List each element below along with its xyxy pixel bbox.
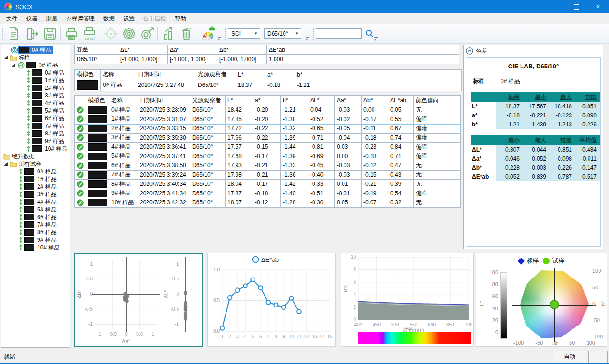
tree-item-7# 样品[interactable]: 7# 样品 <box>1 221 70 229</box>
delta-e-trend-chart-panel[interactable]: ΔE*ab0.00.51.0123456789101112131415 <box>207 253 336 347</box>
tree-item-3# 样品[interactable]: 3# 样品 <box>1 191 70 198</box>
scatter-chart-panel[interactable]: -1-1-0.5-0.5000.50.511Δb*Δa*-1-0.500.51Δ… <box>74 253 203 347</box>
color-swatch <box>24 183 34 190</box>
table-row[interactable]: 5# 样品2020/7/25 3:37:41D65/10°17.68-0.17-… <box>75 152 461 161</box>
search-button[interactable] <box>365 29 373 38</box>
tree-item-9# 样品[interactable]: 9# 样品 <box>1 137 70 145</box>
tree-item-标样[interactable]: 标样 <box>1 54 70 61</box>
color-swatch <box>32 123 42 129</box>
table-row[interactable]: 4# 样品2020/7/25 3:36:41D65/10°17.57-0.15-… <box>75 143 461 152</box>
tree-item-0# 样品[interactable]: 0# 样品 <box>1 69 70 77</box>
toolbar-overflow-icon[interactable]: ▾ <box>306 37 309 42</box>
tree-expander-icon[interactable] <box>4 162 8 166</box>
table-row[interactable]: 10# 样品2020/7/25 3:42:32D65/10°18.07-0.12… <box>75 198 461 208</box>
table-row[interactable]: 9# 样品2020/7/25 3:41:34D65/10°17.87-0.18-… <box>75 189 461 198</box>
tree-item-2# 样品[interactable]: 2# 样品 <box>1 183 70 191</box>
collapse-icon[interactable] <box>466 47 473 55</box>
menu-item-色卡匹检[interactable]: 色卡匹检 <box>139 13 170 24</box>
tree-item-0# 样品[interactable]: 0# 样品 <box>1 46 70 54</box>
calibrate-black-button[interactable] <box>102 25 120 43</box>
svg-text:14: 14 <box>319 334 325 339</box>
table-row[interactable]: 8# 样品2020/7/25 3:40:34D65/10°18.04-0.17-… <box>75 180 461 189</box>
statistics-button[interactable] <box>159 25 177 43</box>
table-row[interactable]: 1# 样品2020/7/25 3:31:07D65/10°17.85-0.20-… <box>75 115 461 124</box>
tree-item-6# 样品[interactable]: 6# 样品 <box>1 213 70 221</box>
tree-item-5# 样品[interactable]: 5# 样品 <box>1 107 70 115</box>
cell: -0.23 <box>362 143 388 152</box>
save-button[interactable] <box>41 25 59 43</box>
new-document-button[interactable] <box>5 25 23 43</box>
cell: -0.21 <box>362 180 388 189</box>
menu-item-帮助[interactable]: 帮助 <box>170 13 190 24</box>
lab-color-wheel-panel[interactable]: 标样试样L*100806040200100500-50-100b*-100-50… <box>476 253 607 347</box>
toolbar-overflow-icon[interactable]: ▾ <box>218 37 221 42</box>
tree-item-3# 样品[interactable]: 3# 样品 <box>1 92 70 99</box>
menu-bar: 文件仪器测量存样库管理数据设置色卡匹检帮助 <box>0 13 609 24</box>
table-row[interactable]: 7# 样品2020/7/25 3:39:24D65/10°17.98-0.21-… <box>75 170 461 180</box>
sci-sce-dropdown[interactable]: SCI▼ <box>228 28 260 39</box>
table-row[interactable]: 2# 样品2020/7/25 3:33:15D65/10°17.72-0.22-… <box>75 124 461 134</box>
cell: D65/10° <box>196 79 236 91</box>
tree-item-所有试样[interactable]: 所有试样 <box>1 160 70 168</box>
menu-item-文件[interactable]: 文件 <box>2 13 22 24</box>
maximize-button[interactable] <box>565 0 587 13</box>
table-row[interactable]: D65/10°[-1.000, 1.000][-1.000, 1.000][-1… <box>75 55 459 64</box>
color-swatch <box>88 190 107 197</box>
table-row[interactable]: 3# 样品2020/7/25 3:35:30D65/10°17.66-0.22-… <box>75 133 461 143</box>
minimize-button[interactable] <box>543 0 565 13</box>
tree-item-4# 样品[interactable]: 4# 样品 <box>1 99 70 107</box>
menu-item-测量[interactable]: 测量 <box>42 13 62 24</box>
tree-item-10# 样品[interactable]: 10# 样品 <box>1 244 70 251</box>
tree-expander-icon[interactable] <box>11 63 15 67</box>
menu-item-设置[interactable]: 设置 <box>119 13 139 24</box>
tree-item-5# 样品[interactable]: 5# 样品 <box>1 206 70 213</box>
tree-item-1# 样品[interactable]: 1# 样品 <box>1 77 70 84</box>
color-difference-header[interactable]: 色差 <box>464 45 603 57</box>
print-icon <box>63 26 79 42</box>
print-button[interactable] <box>62 25 80 43</box>
calibrate-white-button[interactable] <box>120 25 138 43</box>
table-row[interactable]: 0# 样品2020/7/25 3:28:09D65/10°18.42-0.20-… <box>75 105 461 115</box>
search-input[interactable] <box>316 28 362 39</box>
tree-item-10# 样品[interactable]: 10# 样品 <box>1 145 70 153</box>
tree-item-绝对数据[interactable]: 绝对数据 <box>1 153 70 160</box>
tree-item-1# 样品[interactable]: 1# 样品 <box>1 175 70 183</box>
tree-item-7# 样品[interactable]: 7# 样品 <box>1 122 70 130</box>
tree-item-9# 样品[interactable]: 9# 样品 <box>1 236 70 244</box>
menu-item-仪器[interactable]: 仪器 <box>22 13 42 24</box>
column-header: 最小 <box>523 92 550 102</box>
column-header: 容差 <box>75 45 118 55</box>
tree-item-8# 样品[interactable]: 8# 样品 <box>1 229 70 236</box>
export-word-button[interactable]: Word <box>80 25 98 43</box>
color-swatch <box>32 138 42 144</box>
tree-item-0# 样品[interactable]: 0# 样品 <box>1 61 70 69</box>
tree-expander-icon[interactable] <box>4 56 8 59</box>
toolbar-separator <box>197 27 197 40</box>
svg-text:0.5: 0.5 <box>136 332 143 337</box>
tree-item-4# 样品[interactable]: 4# 样品 <box>1 198 70 206</box>
menu-item-存样库管理[interactable]: 存样库管理 <box>62 13 99 24</box>
tree-item-2# 样品[interactable]: 2# 样品 <box>1 84 70 92</box>
cell: 0.74 <box>388 133 414 143</box>
illuminant-observer-dropdown[interactable]: D65/10°▼ <box>264 28 301 39</box>
svg-text:Δb*: Δb* <box>76 289 82 298</box>
close-button[interactable]: ✕ <box>587 0 609 13</box>
color-match-button[interactable] <box>199 25 217 43</box>
measure-button[interactable] <box>138 25 156 43</box>
reflectance-chart-panel[interactable]: 0246810400450500550600650700R%波长(nm) <box>341 253 474 347</box>
svg-text:13: 13 <box>312 334 317 339</box>
tree-item-0# 样品[interactable]: 0# 样品 <box>1 168 70 175</box>
delete-button[interactable] <box>177 25 196 43</box>
arrow-icon <box>19 237 23 243</box>
search-icon <box>365 29 373 38</box>
table-row[interactable]: 6# 样品2020/7/25 3:38:50D65/10°17.93-0.21-… <box>75 161 461 171</box>
auto-mode-button[interactable]: 自动 <box>553 351 586 363</box>
table-row[interactable]: 0# 样品2020/7/25 3:27:48D65/10°18.37-0.18-… <box>75 79 462 91</box>
tree-item-6# 样品[interactable]: 6# 样品 <box>1 115 70 122</box>
toolbar-grip <box>313 27 314 40</box>
tree-item-8# 样品[interactable]: 8# 样品 <box>1 130 70 137</box>
menu-item-数据[interactable]: 数据 <box>99 13 119 24</box>
export-button[interactable] <box>23 25 41 43</box>
toolbar-overflow-icon[interactable]: ▾ <box>374 37 378 42</box>
tree-item-label: 标样 <box>17 54 31 62</box>
